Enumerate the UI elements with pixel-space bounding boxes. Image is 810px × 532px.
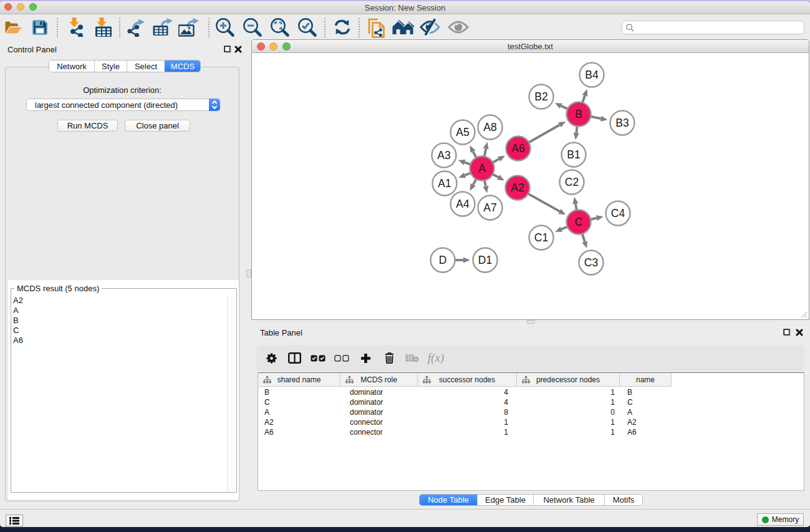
table-row[interactable]: A2connector11A2 [258,417,672,427]
table-cell[interactable]: 1 [418,417,517,427]
float-panel-button[interactable] [224,46,231,53]
zoom-out-button[interactable] [241,14,264,40]
graph-edge-C-C1[interactable] [561,227,567,230]
table-cell[interactable]: 1 [517,387,620,397]
mcds-result-item[interactable]: B [13,316,226,326]
graph-edge-A2-C[interactable] [528,194,559,211]
graph-edge-A-A3[interactable] [465,162,470,164]
hide-selected-button[interactable] [419,14,441,40]
run-mcds-button[interactable]: Run MCDS [57,120,118,132]
splitter-grip-vertical[interactable] [246,269,251,278]
table-row[interactable]: Bdominator41B [258,387,672,397]
search-box[interactable] [622,21,804,34]
create-column-button[interactable] [355,345,376,371]
table-cell[interactable]: 4 [418,397,517,407]
table-cell[interactable]: connector [340,417,418,427]
graph-edge-C-C3[interactable] [582,234,585,241]
export-network-button[interactable] [126,14,148,40]
graph-edge-C-C2[interactable] [576,203,577,210]
graph-edge-C-C4[interactable] [591,218,597,220]
first-neighbors-button[interactable] [392,14,415,40]
tab-edge-table[interactable]: Edge Table [477,495,533,505]
graph-edge-A-A5[interactable] [473,152,476,157]
tab-style[interactable]: Style [94,60,127,72]
column-header-successor-nodes[interactable]: successor nodes [418,373,517,387]
mcds-result-scrollbar[interactable] [227,296,236,491]
table-cell[interactable]: 4 [418,387,517,397]
table-cell[interactable]: 1 [517,417,620,427]
export-table-button[interactable] [152,14,174,40]
mcds-result-list[interactable]: A2ABCA6 [13,296,226,491]
mcds-result-item[interactable]: A6 [13,336,226,346]
function-builder-button[interactable]: f(x) [425,345,446,371]
graph-edge-B-B4[interactable] [582,95,585,102]
search-input[interactable] [637,22,804,33]
table-row[interactable]: Cdominator41C [258,397,672,407]
delete-column-button[interactable] [378,345,400,371]
refresh-layout-button[interactable] [331,14,354,40]
table-cell[interactable]: A [620,407,672,417]
window-resize-grip[interactable] [800,311,808,318]
tab-network[interactable]: Network [49,60,94,72]
import-table-button[interactable] [92,14,114,40]
column-header-MCDS-role[interactable]: MCDS role [340,373,418,387]
table-cell[interactable]: C [620,397,672,407]
network-window-titlebar[interactable]: testGlobe.txt [252,40,809,53]
save-session-button[interactable] [29,14,51,40]
table-cell[interactable]: B [620,387,672,397]
split-table-view-button[interactable] [284,345,305,371]
export-image-button[interactable] [178,14,200,40]
network-graph-canvas[interactable]: B4B2BB3A8A5A6A3B1AC2A1A2A4A7C4CC1C3DD1 [252,52,809,319]
mcds-result-item[interactable]: A2 [13,296,226,306]
tab-motifs[interactable]: Motifs [604,495,642,505]
table-cell[interactable]: connector [340,427,418,437]
table-cell[interactable]: A [258,407,340,417]
table-cell[interactable]: A2 [258,417,340,427]
graph-edge-A-A8[interactable] [485,148,486,156]
table-cell[interactable]: A6 [258,427,340,437]
optimization-criterion-dropdown[interactable]: largest connected component (directed) [26,99,220,111]
graph-edge-A-A1[interactable] [465,173,470,175]
clone-network-button[interactable] [365,14,388,40]
show-all-columns-button[interactable] [307,345,329,371]
zoom-selected-button[interactable] [296,14,319,40]
show-all-button[interactable] [447,14,470,40]
graph-edge-B-B1[interactable] [576,127,577,133]
graph-edge-A6-B[interactable] [529,125,559,142]
table-cell[interactable]: C [258,397,340,407]
tab-mcds[interactable]: MCDS [165,60,200,72]
close-panel-button[interactable] [234,46,242,53]
zoom-fit-button[interactable] [269,14,291,40]
table-cell[interactable]: A2 [620,417,672,427]
table-row[interactable]: A6connector11A6 [258,427,672,437]
table-cell[interactable]: B [258,387,340,397]
table-cell[interactable]: 1 [418,427,517,437]
memory-button[interactable]: Memory [757,513,804,526]
graph-edge-A-A2[interactable] [493,175,499,178]
table-cell[interactable]: 8 [418,407,517,417]
tab-network-table[interactable]: Network Table [533,495,604,505]
splitter-grip-horizontal[interactable] [527,320,535,324]
close-table-panel-button[interactable] [796,329,803,336]
table-row[interactable]: Adominator80A [258,407,672,417]
graph-edge-B-B2[interactable] [561,106,567,109]
graph-edge-A-A6[interactable] [493,159,499,162]
table-cell[interactable]: dominator [340,407,418,417]
tab-select[interactable]: Select [127,60,165,72]
graph-edge-A-A7[interactable] [485,181,486,186]
column-header-predecessor-nodes[interactable]: predecessor nodes [517,373,620,387]
column-header-name[interactable]: name [620,373,672,387]
table-cell[interactable]: A6 [620,427,672,437]
graph-edge-B-B3[interactable] [591,117,601,118]
close-panel-action-button[interactable]: Close panel [125,120,190,132]
graph-edge-A-A4[interactable] [473,180,476,185]
float-table-panel-button[interactable] [783,329,791,336]
task-history-button[interactable] [6,515,23,526]
delete-row-button[interactable] [402,345,423,371]
table-settings-button[interactable] [261,345,282,371]
table-cell[interactable]: 1 [517,427,620,437]
table-cell[interactable]: dominator [340,397,418,407]
column-header-shared-name[interactable]: shared name [258,373,340,387]
zoom-in-button[interactable] [214,14,236,40]
open-session-button[interactable] [2,14,24,40]
